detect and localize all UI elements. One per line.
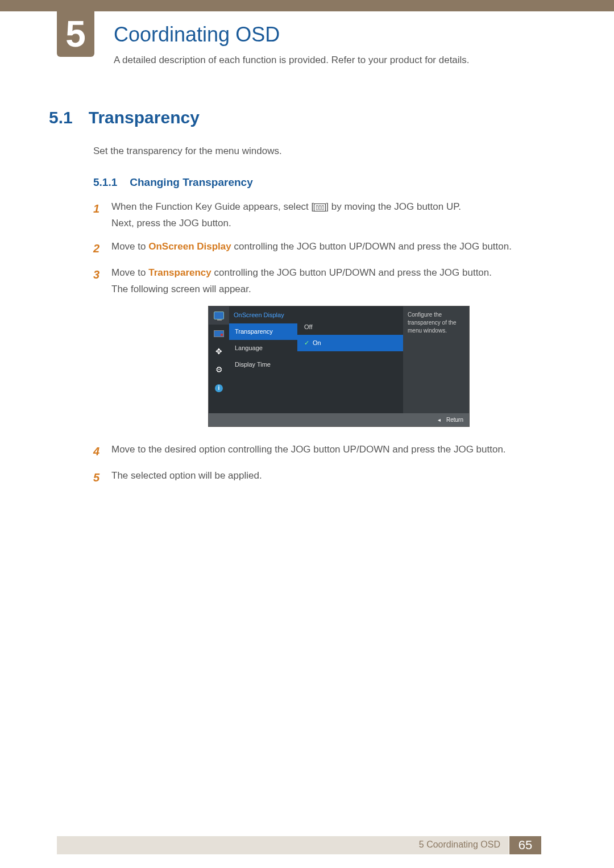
osd-sidebar: ✥ ⚙ i (209, 306, 229, 413)
step-number: 5 (93, 468, 101, 487)
step-3: 3 Move to Transparency controlling the J… (93, 265, 559, 435)
osd-options: Off ✓ On (297, 306, 403, 413)
info-icon: i (209, 379, 229, 397)
return-arrow-icon: ◂ (438, 417, 441, 423)
steps-list: 1 When the Function Key Guide appears, s… (93, 199, 559, 494)
subsection-title: Changing Transparency (130, 176, 252, 189)
section-number: 5.1 (49, 108, 73, 127)
check-icon: ✓ (304, 338, 309, 348)
footer-chapter-label: 5 Coordinating OSD (419, 840, 500, 850)
arrows-icon: ✥ (209, 343, 229, 361)
osd-menu-display-time: Display Time (229, 356, 297, 373)
step-number: 1 (93, 199, 101, 218)
chapter-subtitle: A detailed description of each function … (114, 55, 470, 66)
step-number: 4 (93, 442, 101, 461)
text: ] by moving the JOG button UP. (326, 201, 461, 212)
highlight-osd: OnScreen Display (148, 241, 231, 252)
osd-panel: ✥ ⚙ i OnScreen Display Transparency Lang… (208, 306, 470, 427)
osd-menu-header: OnScreen Display (229, 306, 297, 324)
step-text: The selected option will be applied. (111, 468, 559, 484)
osd-option-on: ✓ On (297, 335, 403, 351)
menu-icon: ▯▯▯ (314, 203, 326, 211)
monitor-icon (209, 306, 229, 325)
osd-info-panel: Configure the transparency of the menu w… (403, 306, 469, 413)
step-number: 2 (93, 239, 101, 258)
top-bar (0, 0, 614, 11)
osd-return-label: Return (446, 417, 463, 423)
step-text: Move to the desired option controlling t… (111, 442, 559, 458)
picture-icon (209, 325, 229, 343)
section-title: Transparency (89, 108, 200, 127)
osd-footer: ◂Return (209, 413, 469, 426)
step-text: Move to OnScreen Display controlling the… (111, 239, 559, 255)
page-number: 65 (509, 836, 541, 854)
chapter-badge: 5 (57, 11, 94, 57)
text: When the Function Key Guide appears, sel… (111, 201, 314, 212)
page-footer: 5 Coordinating OSD 65 (0, 836, 614, 854)
osd-menu: OnScreen Display Transparency Language D… (229, 306, 297, 413)
osd-content: OnScreen Display Transparency Language D… (229, 306, 403, 413)
gear-icon: ⚙ (209, 361, 229, 379)
osd-main: ✥ ⚙ i OnScreen Display Transparency Lang… (209, 306, 469, 413)
step-text: Move to Transparency controlling the JOG… (111, 265, 559, 435)
text: Move to (111, 267, 148, 278)
section-header: 5.1 Transparency (49, 108, 200, 127)
text: Move to (111, 241, 148, 252)
highlight-transparency: Transparency (148, 267, 211, 278)
text: Next, press the JOG button. (111, 215, 559, 232)
step-1: 1 When the Function Key Guide appears, s… (93, 199, 559, 232)
step-5: 5 The selected option will be applied. (93, 468, 559, 487)
step-text: When the Function Key Guide appears, sel… (111, 199, 559, 232)
section-body: Set the transparency for the menu window… (93, 146, 559, 157)
chapter-title: Coordinating OSD (114, 23, 280, 47)
osd-menu-transparency: Transparency (229, 323, 297, 340)
step-2: 2 Move to OnScreen Display controlling t… (93, 239, 559, 258)
text: The following screen will appear. (111, 281, 559, 298)
text: controlling the JOG button UP/DOWN and p… (231, 241, 512, 252)
osd-option-off: Off (297, 319, 403, 335)
subsection-number: 5.1.1 (93, 176, 117, 189)
subsection-header: 5.1.1 Changing Transparency (93, 176, 253, 189)
osd-menu-language: Language (229, 340, 297, 356)
step-4: 4 Move to the desired option controlling… (93, 442, 559, 461)
step-number: 3 (93, 265, 101, 284)
text: controlling the JOG button UP/DOWN and p… (211, 267, 492, 278)
